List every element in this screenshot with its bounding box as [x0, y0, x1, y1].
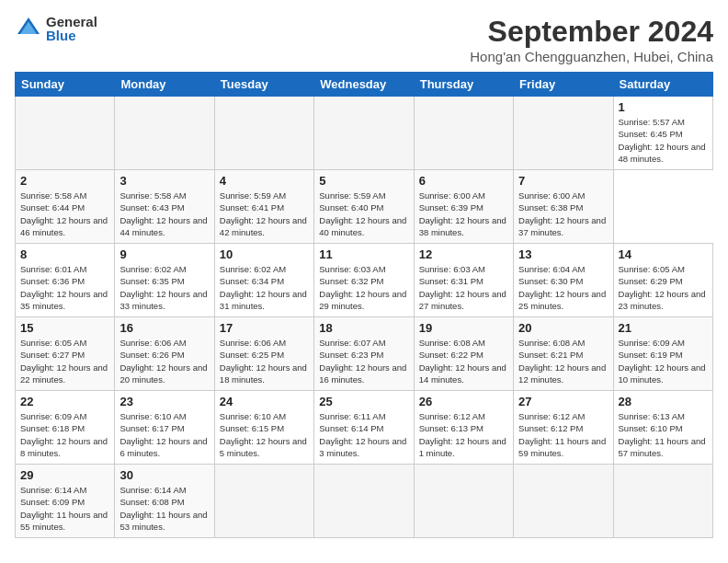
calendar-week-row: 2Sunrise: 5:58 AMSunset: 6:44 PMDaylight… [16, 170, 713, 244]
day-number: 22 [20, 395, 109, 408]
calendar-day-cell: 21Sunrise: 6:09 AMSunset: 6:19 PMDayligh… [613, 317, 712, 391]
day-info: Sunrise: 6:12 AMSunset: 6:12 PMDaylight:… [518, 410, 608, 459]
calendar-day-cell: 30Sunrise: 6:14 AMSunset: 6:08 PMDayligh… [115, 465, 214, 538]
day-number: 25 [319, 395, 408, 408]
day-number: 30 [119, 468, 209, 482]
day-number: 27 [518, 395, 608, 408]
day-info: Sunrise: 6:06 AMSunset: 6:26 PMDaylight:… [119, 337, 209, 385]
calendar-day-cell: 26Sunrise: 6:12 AMSunset: 6:13 PMDayligh… [414, 391, 513, 465]
column-header-sunday: Sunday [16, 73, 115, 97]
day-number: 5 [319, 174, 408, 188]
day-info: Sunrise: 6:11 AMSunset: 6:14 PMDaylight:… [319, 410, 408, 459]
empty-cell [214, 97, 313, 170]
logo-general-text: General [46, 15, 97, 29]
logo-text: General Blue [46, 15, 97, 42]
day-number: 12 [419, 247, 508, 261]
day-number: 16 [119, 321, 209, 335]
calendar-day-cell: 24Sunrise: 6:10 AMSunset: 6:15 PMDayligh… [214, 391, 313, 465]
day-info: Sunrise: 6:14 AMSunset: 6:08 PMDaylight:… [119, 484, 209, 533]
calendar-day-cell: 16Sunrise: 6:06 AMSunset: 6:26 PMDayligh… [115, 317, 214, 391]
column-header-thursday: Thursday [414, 73, 513, 97]
calendar-day-cell: 9Sunrise: 6:02 AMSunset: 6:35 PMDaylight… [115, 244, 214, 317]
day-info: Sunrise: 6:03 AMSunset: 6:31 PMDaylight:… [419, 263, 508, 312]
calendar-day-cell: 10Sunrise: 6:02 AMSunset: 6:34 PMDayligh… [214, 244, 313, 317]
day-number: 20 [518, 321, 608, 335]
day-info: Sunrise: 6:01 AMSunset: 6:36 PMDaylight:… [20, 263, 109, 312]
calendar-day-cell: 4Sunrise: 5:59 AMSunset: 6:41 PMDaylight… [214, 170, 313, 244]
column-header-saturday: Saturday [613, 73, 712, 97]
day-info: Sunrise: 6:06 AMSunset: 6:25 PMDaylight:… [220, 337, 309, 385]
calendar-header-row: SundayMondayTuesdayWednesdayThursdayFrid… [16, 73, 713, 97]
day-info: Sunrise: 6:07 AMSunset: 6:23 PMDaylight:… [319, 337, 408, 385]
day-number: 9 [119, 247, 209, 261]
day-number: 10 [220, 247, 309, 261]
title-block: September 2024 Hong'an Chengguanzhen, Hu… [470, 15, 713, 64]
day-number: 8 [20, 247, 109, 261]
day-info: Sunrise: 6:02 AMSunset: 6:34 PMDaylight:… [220, 263, 309, 312]
day-number: 4 [220, 174, 309, 188]
day-info: Sunrise: 6:09 AMSunset: 6:18 PMDaylight:… [20, 410, 109, 459]
calendar-day-cell: 14Sunrise: 6:05 AMSunset: 6:29 PMDayligh… [613, 244, 712, 317]
day-info: Sunrise: 6:03 AMSunset: 6:32 PMDaylight:… [319, 263, 408, 312]
day-info: Sunrise: 5:58 AMSunset: 6:44 PMDaylight:… [20, 190, 109, 238]
calendar-day-cell: 25Sunrise: 6:11 AMSunset: 6:14 PMDayligh… [314, 391, 414, 465]
calendar-week-row: 29Sunrise: 6:14 AMSunset: 6:09 PMDayligh… [16, 465, 713, 538]
day-number: 2 [20, 174, 109, 188]
day-info: Sunrise: 6:00 AMSunset: 6:38 PMDaylight:… [518, 190, 608, 238]
calendar-body: 1Sunrise: 5:57 AMSunset: 6:45 PMDaylight… [16, 97, 713, 538]
day-info: Sunrise: 5:59 AMSunset: 6:41 PMDaylight:… [220, 190, 309, 238]
calendar-day-cell [514, 465, 613, 538]
day-info: Sunrise: 6:05 AMSunset: 6:29 PMDaylight:… [619, 263, 708, 312]
day-number: 24 [220, 395, 309, 408]
calendar-day-cell [613, 465, 712, 538]
day-number: 11 [319, 247, 408, 261]
calendar-day-cell: 3Sunrise: 5:58 AMSunset: 6:43 PMDaylight… [115, 170, 214, 244]
column-header-monday: Monday [115, 73, 214, 97]
calendar-day-cell: 19Sunrise: 6:08 AMSunset: 6:22 PMDayligh… [414, 317, 513, 391]
empty-cell [16, 97, 115, 170]
logo-icon [15, 15, 42, 42]
column-header-wednesday: Wednesday [314, 73, 414, 97]
day-info: Sunrise: 6:05 AMSunset: 6:27 PMDaylight:… [20, 337, 109, 385]
calendar-day-cell: 17Sunrise: 6:06 AMSunset: 6:25 PMDayligh… [214, 317, 313, 391]
day-info: Sunrise: 5:58 AMSunset: 6:43 PMDaylight:… [119, 190, 209, 238]
month-title: September 2024 [470, 15, 713, 49]
day-number: 23 [119, 395, 209, 408]
calendar-day-cell: 5Sunrise: 5:59 AMSunset: 6:40 PMDaylight… [314, 170, 414, 244]
empty-cell [115, 97, 214, 170]
calendar-day-cell [314, 465, 414, 538]
day-info: Sunrise: 6:14 AMSunset: 6:09 PMDaylight:… [20, 484, 109, 533]
calendar-day-cell: 11Sunrise: 6:03 AMSunset: 6:32 PMDayligh… [314, 244, 414, 317]
calendar-day-cell: 23Sunrise: 6:10 AMSunset: 6:17 PMDayligh… [115, 391, 214, 465]
day-info: Sunrise: 6:00 AMSunset: 6:39 PMDaylight:… [419, 190, 508, 238]
calendar-week-row: 8Sunrise: 6:01 AMSunset: 6:36 PMDaylight… [16, 244, 713, 317]
day-number: 26 [419, 395, 508, 408]
day-info: Sunrise: 6:10 AMSunset: 6:15 PMDaylight:… [220, 410, 309, 459]
empty-cell [414, 97, 513, 170]
day-info: Sunrise: 6:04 AMSunset: 6:30 PMDaylight:… [518, 263, 608, 312]
calendar-day-cell: 13Sunrise: 6:04 AMSunset: 6:30 PMDayligh… [514, 244, 613, 317]
empty-cell [314, 97, 414, 170]
location: Hong'an Chengguanzhen, Hubei, China [470, 49, 713, 64]
day-number: 13 [518, 247, 608, 261]
calendar-day-cell: 15Sunrise: 6:05 AMSunset: 6:27 PMDayligh… [16, 317, 115, 391]
day-number: 14 [619, 247, 708, 261]
calendar-day-cell: 29Sunrise: 6:14 AMSunset: 6:09 PMDayligh… [16, 465, 115, 538]
day-info: Sunrise: 5:57 AMSunset: 6:45 PMDaylight:… [619, 116, 708, 165]
calendar-day-cell [214, 465, 313, 538]
calendar-day-cell: 2Sunrise: 5:58 AMSunset: 6:44 PMDaylight… [16, 170, 115, 244]
calendar-week-row: 22Sunrise: 6:09 AMSunset: 6:18 PMDayligh… [16, 391, 713, 465]
calendar-week-row: 15Sunrise: 6:05 AMSunset: 6:27 PMDayligh… [16, 317, 713, 391]
day-number: 29 [20, 468, 109, 482]
day-info: Sunrise: 5:59 AMSunset: 6:40 PMDaylight:… [319, 190, 408, 238]
calendar-day-cell [414, 465, 513, 538]
day-number: 6 [419, 174, 508, 188]
calendar-day-cell: 7Sunrise: 6:00 AMSunset: 6:38 PMDaylight… [514, 170, 613, 244]
calendar-day-cell: 8Sunrise: 6:01 AMSunset: 6:36 PMDaylight… [16, 244, 115, 317]
day-info: Sunrise: 6:08 AMSunset: 6:21 PMDaylight:… [518, 337, 608, 385]
logo: General Blue [15, 15, 97, 42]
day-number: 3 [119, 174, 209, 188]
day-info: Sunrise: 6:02 AMSunset: 6:35 PMDaylight:… [119, 263, 209, 312]
column-header-friday: Friday [514, 73, 613, 97]
day-number: 21 [619, 321, 708, 335]
